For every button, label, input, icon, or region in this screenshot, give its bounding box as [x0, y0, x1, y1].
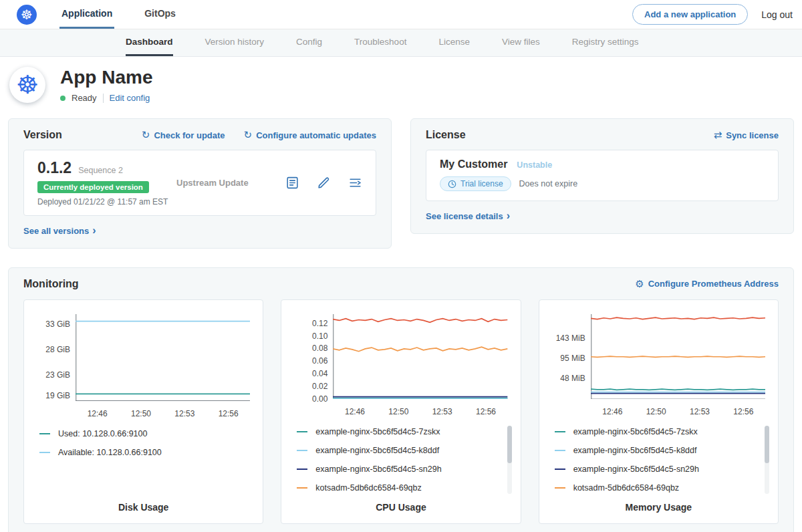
x-axis-labels: 12:4612:5012:5312:56 — [591, 402, 765, 418]
plot-area: 143 MiB95 MiB48 MiB — [591, 314, 765, 399]
legend-marker — [555, 431, 565, 432]
chart-canvas — [76, 314, 250, 401]
version-card-title: Version — [23, 129, 62, 141]
legend-item: example-nginx-5bc6f5d4c5-k8ddf — [297, 446, 498, 455]
legend-item: kotsadm-5db6dc6584-69qbz — [555, 483, 756, 493]
y-axis-label: 19 GiB — [34, 391, 70, 400]
x-axis-label: 12:46 — [345, 407, 365, 416]
topnav-actions: Add a new application Log out — [632, 0, 793, 29]
legend-scrollbar-thumb[interactable] — [507, 426, 512, 463]
legend-scrollbar[interactable] — [765, 426, 769, 494]
edit-config-link[interactable]: Edit config — [110, 93, 150, 103]
legend-label: kotsadm-5db6dc6584-69qbz — [315, 483, 421, 493]
y-axis-label: 0.12 — [291, 319, 327, 328]
legend-label: Available: 10.128.0.66:9100 — [58, 448, 162, 457]
chart-canvas — [591, 314, 765, 399]
legend-marker — [39, 452, 50, 453]
configure-prometheus-label: Configure Prometheus Address — [648, 279, 779, 289]
edit-config-icon[interactable] — [317, 176, 331, 190]
configure-auto-updates-link[interactable]: ↻ Configure automatic updates — [244, 129, 376, 141]
y-axis-label: 95 MiB — [549, 354, 585, 363]
app-title: App Name — [60, 67, 152, 88]
app-icon: ☸ — [9, 67, 45, 103]
top-navbar: ☸ Application GitOps Add a new applicati… — [0, 0, 802, 29]
legend-marker — [297, 450, 307, 451]
chart-title: Disk Usage — [33, 502, 254, 518]
series-line — [591, 389, 765, 390]
nav-tab-application[interactable]: Application — [59, 0, 114, 29]
configure-prometheus-link[interactable]: ⚙ Configure Prometheus Address — [635, 278, 779, 290]
legend-item: example-nginx-5bc6f5d4c5-sn29h — [555, 464, 756, 474]
see-all-versions-link[interactable]: See all versions › — [23, 225, 96, 236]
disk-usage-chart-panel: 33 GiB28 GiB23 GiB19 GiB 12:4612:5012:53… — [23, 299, 263, 524]
x-axis-label: 12:56 — [733, 407, 753, 416]
legend-item: Used: 10.128.0.66:9100 — [39, 429, 241, 438]
chart-title: CPU Usage — [290, 502, 511, 518]
release-notes-icon[interactable] — [285, 176, 299, 190]
helm-wheel-glyph: ☸ — [21, 8, 33, 21]
tab-dashboard[interactable]: Dashboard — [126, 29, 173, 56]
version-details: 0.1.2 Sequence 2 Currently deployed vers… — [37, 159, 176, 207]
tab-license[interactable]: License — [438, 29, 470, 56]
see-license-details-link[interactable]: See license details › — [426, 211, 510, 221]
legend-scrollbar-thumb[interactable] — [765, 426, 769, 463]
legend-marker — [297, 487, 307, 489]
legend-label: kotsadm-5db6dc6584-69qbz — [573, 483, 679, 493]
cpu-usage-chart-panel: 0.120.100.080.060.040.020.00 12:4612:501… — [281, 299, 521, 524]
x-axis-label: 12:56 — [476, 407, 496, 416]
check-for-update-link[interactable]: ↻ Check for update — [142, 129, 225, 141]
gear-icon: ⚙ — [635, 278, 644, 290]
series-line — [333, 318, 507, 322]
charts-row: 33 GiB28 GiB23 GiB19 GiB 12:4612:5012:53… — [23, 299, 779, 524]
y-axis-label: 0.00 — [291, 394, 327, 404]
version-card: Version ↻ Check for update ↻ Configure a… — [8, 118, 392, 249]
logout-button[interactable]: Log out — [761, 9, 793, 20]
license-card-title: License — [426, 129, 466, 141]
current-version-box: 0.1.2 Sequence 2 Currently deployed vers… — [23, 150, 376, 216]
tab-registry-settings[interactable]: Registry settings — [572, 29, 639, 56]
legend-item: example-nginx-5bc6f5d4c5-k8ddf — [555, 446, 756, 455]
deployed-badge: Currently deployed version — [37, 181, 149, 193]
y-axis-label: 0.04 — [291, 369, 327, 378]
app-status-row: Ready Edit config — [60, 93, 152, 103]
main-content: Version ↻ Check for update ↻ Configure a… — [0, 118, 802, 532]
y-axis-label: 143 MiB — [549, 334, 585, 343]
kubernetes-wheel-icon: ☸ — [16, 72, 39, 98]
tab-troubleshoot[interactable]: Troubleshoot — [354, 29, 406, 56]
trial-license-label: Trial license — [460, 179, 503, 188]
x-axis-labels: 12:4612:5012:5312:56 — [333, 402, 507, 418]
tab-config[interactable]: Config — [296, 29, 322, 56]
status-dot-icon — [60, 96, 65, 101]
x-axis-label: 12:53 — [432, 407, 452, 416]
tab-version-history[interactable]: Version history — [205, 29, 265, 56]
series-line — [591, 317, 765, 319]
tab-view-files[interactable]: View files — [502, 29, 540, 56]
legend-item: example-nginx-5bc6f5d4c5-sn29h — [297, 464, 498, 474]
x-axis-label: 12:50 — [388, 407, 408, 416]
chart-legend: Used: 10.128.0.66:9100Available: 10.128.… — [39, 429, 254, 467]
y-axis-label: 28 GiB — [34, 345, 70, 354]
add-application-button[interactable]: Add a new application — [632, 4, 748, 25]
status-label: Ready — [72, 93, 97, 103]
clock-icon — [448, 180, 456, 188]
chart-canvas — [333, 314, 507, 399]
sequence-label: Sequence 2 — [78, 166, 123, 175]
monitoring-card: Monitoring ⚙ Configure Prometheus Addres… — [8, 267, 794, 532]
x-axis-label: 12:46 — [88, 409, 108, 418]
legend-item: kotsadm-5db6dc6584-69qbz — [297, 483, 498, 493]
y-axis-label: 23 GiB — [34, 370, 70, 380]
x-axis-label: 12:50 — [646, 407, 666, 416]
app-header: ☸ App Name Ready Edit config — [0, 57, 802, 114]
x-axis-label: 12:50 — [131, 409, 151, 418]
legend-marker — [297, 431, 307, 432]
chevron-right-icon: › — [507, 211, 510, 221]
deploy-logs-icon[interactable] — [348, 176, 362, 190]
chart-title: Memory Usage — [548, 502, 769, 518]
series-line — [591, 356, 765, 357]
see-license-details-label: See license details — [426, 211, 503, 221]
legend-scrollbar[interactable] — [507, 426, 512, 494]
sync-icon: ⇄ — [714, 129, 722, 141]
sync-license-link[interactable]: ⇄ Sync license — [714, 129, 779, 141]
legend-marker — [555, 450, 565, 451]
nav-tab-gitops[interactable]: GitOps — [142, 0, 178, 29]
